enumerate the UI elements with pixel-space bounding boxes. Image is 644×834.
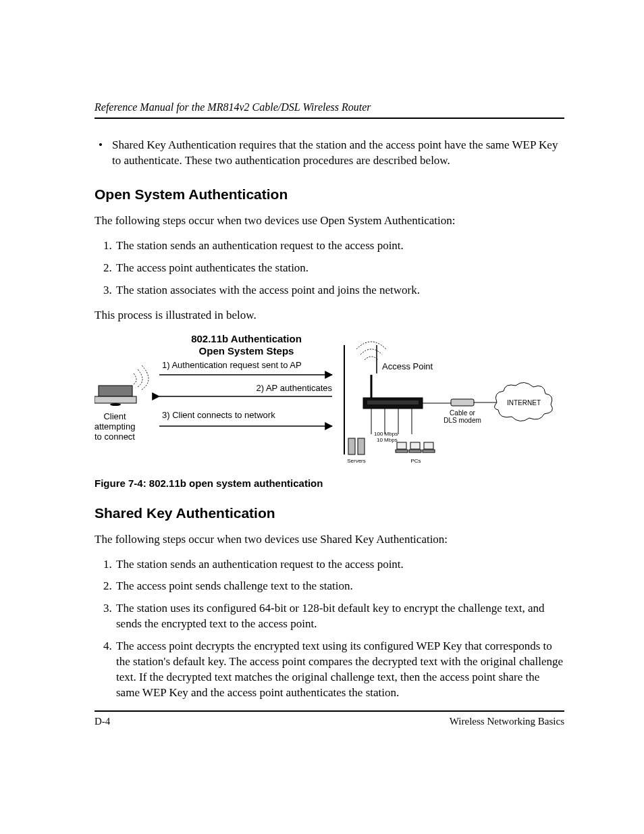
running-header: Reference Manual for the MR814v2 Cable/D…	[95, 101, 564, 113]
list-item: The access point sends challenge text to…	[115, 579, 564, 594]
modem-label-2: DLS modem	[444, 417, 481, 424]
shared-key-lead: The following steps occur when two devic…	[95, 532, 564, 548]
svg-rect-20	[410, 442, 420, 449]
page-number: D-4	[95, 716, 110, 727]
heading-shared-key: Shared Key Authentication	[95, 505, 564, 521]
svg-rect-9	[367, 400, 419, 405]
speed-100: 100 Mbps	[374, 431, 398, 437]
list-item: The station uses its configured 64-bit o…	[115, 601, 564, 632]
svg-rect-21	[409, 450, 421, 452]
modem-label-1: Cable or	[450, 409, 475, 417]
laptop-icon	[95, 365, 149, 406]
diagram-step-2: 2) AP authenticates	[256, 383, 332, 393]
svg-rect-1	[95, 396, 136, 403]
page-footer: D-4 Wireless Networking Basics	[95, 710, 564, 727]
intro-bullet-text: Shared Key Authentication requires that …	[112, 138, 564, 169]
servers-label: Servers	[347, 458, 366, 464]
list-item: The station sends an authentication requ…	[115, 557, 564, 573]
list-item: The access point decrypts the encrypted …	[115, 639, 564, 701]
list-item: The station associates with the access p…	[115, 283, 564, 298]
figure-7-4: 802.11b Authentication Open System Steps…	[95, 333, 564, 468]
diagram-svg: 802.11b Authentication Open System Steps…	[95, 333, 564, 468]
page: Reference Manual for the MR814v2 Cable/D…	[0, 0, 644, 834]
diagram-step-1: 1) Authentication request sent to AP	[162, 360, 302, 370]
svg-rect-24	[451, 399, 474, 406]
bullet-dot-icon: •	[99, 138, 103, 169]
svg-rect-0	[99, 386, 132, 396]
diagram-step-3: 3) Client connects to network	[162, 410, 275, 420]
pcs-icon	[396, 442, 435, 452]
list-item: The access point authenticates the stati…	[115, 261, 564, 276]
footer-rule	[95, 710, 564, 712]
modem-icon	[451, 399, 497, 406]
access-point-label: Access Point	[382, 361, 433, 371]
footer-section: Wireless Networking Basics	[450, 716, 564, 727]
header-rule	[95, 118, 564, 119]
internet-label: INTERNET	[507, 399, 541, 407]
open-system-lead: The following steps occur when two devic…	[95, 213, 564, 229]
client-label-2: attempting	[95, 421, 135, 432]
svg-rect-18	[397, 442, 406, 449]
pcs-label: PCs	[410, 458, 421, 464]
open-system-closing: This process is illustrated in below.	[95, 308, 564, 323]
client-label-1: Client	[103, 411, 126, 421]
diagram-title-2: Open System Steps	[199, 345, 294, 357]
svg-rect-23	[423, 450, 435, 452]
speed-10: 10 Mbps	[377, 437, 398, 443]
heading-open-system: Open System Authentication	[95, 186, 564, 203]
intro-bullet: • Shared Key Authentication requires tha…	[99, 138, 564, 169]
svg-rect-19	[396, 450, 408, 452]
list-item: The station sends an authentication requ…	[115, 238, 564, 254]
client-label-3: to connect	[95, 432, 135, 442]
svg-rect-17	[358, 438, 365, 454]
diagram-title-1: 802.11b Authentication	[191, 333, 302, 344]
svg-rect-22	[424, 442, 433, 449]
open-system-steps: The station sends an authentication requ…	[95, 238, 564, 298]
svg-rect-16	[348, 438, 355, 454]
figure-caption: Figure 7-4: 802.11b open system authenti…	[95, 477, 564, 489]
shared-key-steps: The station sends an authentication requ…	[95, 557, 564, 702]
svg-point-2	[110, 403, 121, 406]
servers-icon	[348, 438, 365, 454]
